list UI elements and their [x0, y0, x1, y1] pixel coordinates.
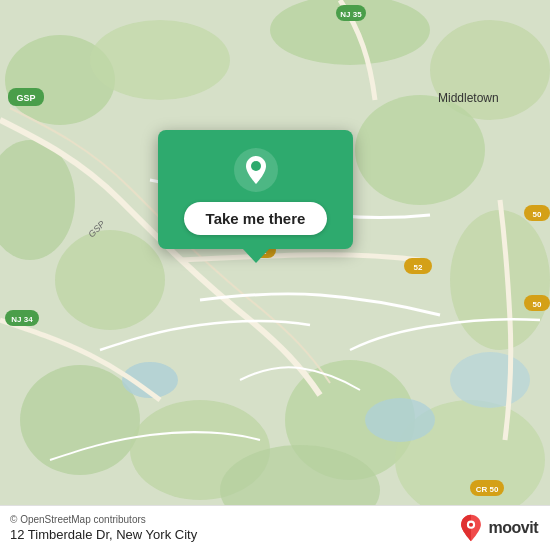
moovit-brand-text: moovit	[489, 519, 538, 537]
svg-point-15	[365, 398, 435, 442]
location-pin-icon	[234, 148, 278, 192]
svg-point-8	[450, 210, 550, 350]
svg-point-16	[450, 352, 530, 408]
moovit-logo: moovit	[457, 514, 538, 542]
address-text: 12 Timberdale Dr, New York City	[10, 527, 197, 542]
svg-text:NJ 34: NJ 34	[11, 315, 33, 324]
svg-text:52: 52	[414, 263, 423, 272]
svg-point-6	[55, 230, 165, 330]
bottom-left-info: © OpenStreetMap contributors 12 Timberda…	[10, 514, 197, 542]
popup-card: Take me there	[158, 130, 353, 249]
svg-point-38	[468, 523, 472, 527]
svg-point-2	[90, 20, 230, 100]
svg-text:GSP: GSP	[16, 93, 35, 103]
svg-text:50: 50	[533, 300, 542, 309]
svg-point-9	[20, 365, 140, 475]
bottom-bar: © OpenStreetMap contributors 12 Timberda…	[0, 505, 550, 550]
svg-text:Middletown: Middletown	[438, 91, 499, 105]
moovit-pin-icon	[457, 514, 485, 542]
map-background: GSP NJ 35 52 52 NJ 34 50 50 CR 50 GSP	[0, 0, 550, 550]
map-container: GSP NJ 35 52 52 NJ 34 50 50 CR 50 GSP	[0, 0, 550, 550]
take-me-there-button[interactable]: Take me there	[184, 202, 328, 235]
svg-text:CR 50: CR 50	[476, 485, 499, 494]
svg-point-7	[355, 95, 485, 205]
svg-point-36	[251, 161, 261, 171]
svg-text:NJ 35: NJ 35	[340, 10, 362, 19]
osm-credit: © OpenStreetMap contributors	[10, 514, 197, 525]
svg-text:50: 50	[533, 210, 542, 219]
